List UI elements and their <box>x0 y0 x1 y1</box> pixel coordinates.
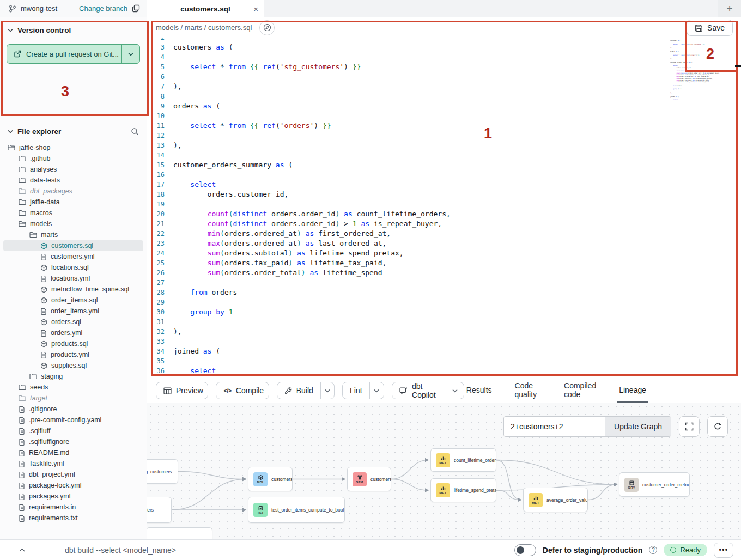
file-tree-item-jaffle-data[interactable]: jaffle-data <box>3 197 143 208</box>
code-line-2[interactable]: 2 <box>147 38 741 42</box>
compass-icon[interactable] <box>259 20 275 35</box>
code-line-21[interactable]: 21 count(distinct orders.order_id) > 1 a… <box>147 219 741 229</box>
file-tree-item-products-sql[interactable]: products.sql <box>3 338 143 349</box>
code-line-7[interactable]: 7), <box>147 82 741 92</box>
chevron-down-icon[interactable] <box>369 382 384 399</box>
code-line-35[interactable]: 35 <box>147 356 741 366</box>
status-badge[interactable]: Ready <box>664 544 707 556</box>
file-tree-item-packages-yml[interactable]: packages.yml <box>3 491 143 502</box>
code-line-27[interactable]: 27 <box>147 278 741 288</box>
file-tree-item-order-items-yml[interactable]: order_items.yml <box>3 306 143 316</box>
file-tree-item--sqlfluffignore[interactable]: .sqlfluffignore <box>3 436 143 447</box>
file-tree-item-target[interactable]: target <box>3 393 143 404</box>
file-tree-item-supplies-sql[interactable]: supplies.sql <box>3 360 143 371</box>
file-tree-item-customers-yml[interactable]: customers.yml <box>3 251 143 262</box>
lineage-node-test-order-items-compute-to-bools-[interactable]: TSTtest_order_items_compute_to_bools... <box>248 497 345 523</box>
tab-code-quality[interactable]: Code quality <box>513 379 543 403</box>
close-icon[interactable]: × <box>253 5 258 13</box>
dbt-copilot-button[interactable]: dbt Copilot <box>392 382 464 399</box>
code-line-22[interactable]: 22 min(orders.ordered_at) as first_order… <box>147 229 741 239</box>
file-tree-item-locations-yml[interactable]: locations.yml <box>3 273 143 284</box>
code-line-4[interactable]: 4 <box>147 52 741 62</box>
lineage-node-customers[interactable]: MDLcustomers <box>248 467 293 491</box>
file-tree-item--pre-commit-config-yaml[interactable]: .pre-commit-config.yaml <box>3 415 143 425</box>
code-line-13[interactable]: 13), <box>147 141 741 150</box>
lineage-node-lifetime-spend-pretax[interactable]: METlifetime_spend_pretax <box>430 478 496 502</box>
tab-customers-sql[interactable]: customers.sql × <box>147 0 264 18</box>
file-tree-item-staging[interactable]: staging <box>3 371 143 382</box>
code-line-29[interactable]: 29 <box>147 297 741 307</box>
defer-toggle[interactable] <box>514 544 536 556</box>
code-line-23[interactable]: 23 max(orders.ordered_at) as last_ordere… <box>147 239 741 248</box>
file-tree-item--sqlfluff[interactable]: .sqlfluff <box>3 425 143 436</box>
file-tree-item-customers-sql[interactable]: customers.sql <box>3 240 143 251</box>
code-line-6[interactable]: 6 <box>147 72 741 82</box>
code-line-20[interactable]: 20 count(distinct orders.order_id) as co… <box>147 209 741 219</box>
file-tree-item-macros[interactable]: macros <box>3 208 143 218</box>
lineage-node-average-order-value[interactable]: METaverage_order_value <box>523 488 588 512</box>
file-tree-item-package-lock-yml[interactable]: package-lock.yml <box>3 480 143 491</box>
code-line-12[interactable]: 12 <box>147 131 741 141</box>
code-line-3[interactable]: 3customers as ( <box>147 42 741 52</box>
code-line-34[interactable]: 34joined as ( <box>147 346 741 356</box>
file-tree-item-seeds[interactable]: seeds <box>3 382 143 393</box>
file-tree-item-dbt-packages[interactable]: dbt_packages <box>3 186 143 197</box>
save-button[interactable]: Save <box>687 20 733 36</box>
compile-button[interactable]: </>Compile <box>216 382 269 399</box>
file-tree-item-products-yml[interactable]: products.yml <box>3 349 143 360</box>
lineage-node-count-lifetime-orders[interactable]: METcount_lifetime_orders <box>430 448 496 472</box>
code-line-15[interactable]: 15customer_orders_summary as ( <box>147 160 741 170</box>
code-line-17[interactable]: 17 select <box>147 180 741 190</box>
lineage-node-customer-order-metrics[interactable]: QRYcustomer_order_metrics <box>619 472 690 497</box>
code-line-9[interactable]: 9orders as ( <box>147 101 741 111</box>
code-line-11[interactable]: 11 select * from {{ ref('orders') }} <box>147 121 741 131</box>
file-tree-item-metricflow-time-spine-sql[interactable]: metricflow_time_spine.sql <box>3 284 143 295</box>
create-pr-button[interactable]: Create a pull request on Git... <box>7 44 140 64</box>
command-input[interactable]: dbt build --select <model_name> <box>44 546 514 555</box>
code-editor[interactable]: 23customers as (45 select * from {{ ref(… <box>147 38 741 379</box>
build-button[interactable]: Build <box>277 382 335 399</box>
tab-compiled-code[interactable]: Compiled code <box>562 379 598 403</box>
file-tree-item-orders-yml[interactable]: orders.yml <box>3 327 143 338</box>
file-tree-item-requirements-txt[interactable]: requirements.txt <box>3 513 143 524</box>
code-line-26[interactable]: 26 sum(orders.order_total) as lifetime_s… <box>147 268 741 278</box>
pr-dropdown-button[interactable] <box>121 45 139 63</box>
refresh-icon[interactable] <box>707 416 728 437</box>
fullscreen-icon[interactable] <box>679 416 700 437</box>
code-line-28[interactable]: 28 from orders <box>147 288 741 297</box>
code-line-32[interactable]: 32), <box>147 327 741 337</box>
file-tree-item--github[interactable]: .github <box>3 153 143 164</box>
code-line-16[interactable]: 16 <box>147 170 741 180</box>
code-line-25[interactable]: 25 sum(orders.tax_paid) as lifetime_tax_… <box>147 258 741 268</box>
update-graph-button[interactable]: Update Graph <box>605 417 671 436</box>
question-icon[interactable]: ? <box>649 546 657 554</box>
code-line-5[interactable]: 5 select * from {{ ref('stg_customers') … <box>147 62 741 72</box>
code-line-33[interactable]: 33 <box>147 337 741 346</box>
file-tree-item-analyses[interactable]: analyses <box>3 164 143 175</box>
code-line-19[interactable]: 19 <box>147 199 741 209</box>
lineage-selector-input[interactable] <box>504 417 605 436</box>
tab-results[interactable]: Results <box>464 379 494 403</box>
tab-lineage[interactable]: Lineage <box>617 379 648 403</box>
file-tree-item-readme-md[interactable]: README.md <box>3 447 143 458</box>
code-line-24[interactable]: 24 sum(orders.subtotal) as lifetime_spen… <box>147 248 741 258</box>
lineage-node-customers[interactable]: SEMcustomers <box>347 467 391 491</box>
file-tree-item-taskfile-yml[interactable]: Taskfile.yml <box>3 458 143 469</box>
file-tree-item-orders-sql[interactable]: orders.sql <box>3 316 143 327</box>
code-line-8[interactable]: 8 <box>147 92 741 101</box>
lint-button[interactable]: Lint <box>342 382 384 399</box>
file-tree-item-requirements-in[interactable]: requirements.in <box>3 502 143 513</box>
file-tree-item-jaffle-shop[interactable]: jaffle-shop <box>3 142 143 153</box>
new-tab-button[interactable]: + <box>718 0 741 17</box>
lineage-node-stg-customers[interactable]: MDLstg_customers <box>147 459 178 484</box>
lineage-node-orders[interactable]: MDLorders <box>147 497 172 523</box>
file-tree-item-models[interactable]: models <box>3 218 143 229</box>
chevron-down-icon[interactable] <box>8 130 13 133</box>
file-tree-item-data-tests[interactable]: data-tests <box>3 175 143 186</box>
preview-button[interactable]: Preview <box>156 382 208 399</box>
code-line-31[interactable]: 31 <box>147 317 741 327</box>
file-tree-item-order-items-sql[interactable]: order_items.sql <box>3 295 143 306</box>
file-tree-item-locations-sql[interactable]: locations.sql <box>3 262 143 273</box>
chevron-up-icon[interactable] <box>0 548 44 552</box>
change-branch-link[interactable]: Change branch <box>79 4 127 13</box>
